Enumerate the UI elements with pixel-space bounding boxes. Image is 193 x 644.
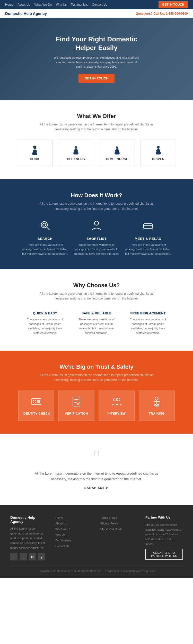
nav-contact[interactable]: Contact Us xyxy=(92,3,107,6)
footer-link-terms[interactable]: Terms of Use xyxy=(100,515,138,520)
why-grid: QUICK & EASY There are many variations o… xyxy=(15,309,178,338)
cook-icon xyxy=(29,145,41,157)
trust-identity[interactable]: IDENTITY CHECK xyxy=(18,391,54,421)
footer-brand-name: Domestic Help Agency xyxy=(10,515,48,524)
howworks-section: How Does It Work? All the Lorem Ipsum ge… xyxy=(0,179,193,269)
howworks-subtitle: All the Lorem Ipsum generators on the In… xyxy=(35,201,158,211)
why-replacement-title: FREE REPLACEMENT xyxy=(127,311,169,315)
whychoose-section: Why Choose Us? All the Lorem Ipsum gener… xyxy=(0,269,193,351)
quote-mark: " xyxy=(21,449,172,466)
offer-grid: COOK CLEANERS xyxy=(15,140,178,166)
hero-subtitle: We represent the most professional, expe… xyxy=(53,56,140,69)
trust-training[interactable]: TRAINING xyxy=(139,391,175,421)
offer-subtitle: All the Lorem Ipsum generators on the In… xyxy=(35,122,158,132)
footer-grid: Domestic Help Agency All the Lorem Ipsum… xyxy=(10,515,183,560)
svg-rect-4 xyxy=(33,146,36,148)
whychoose-title: Why Choose Us? xyxy=(15,282,178,289)
footer-link-about[interactable]: About Us xyxy=(55,521,93,525)
relax-icon xyxy=(125,219,171,234)
footer-link-why[interactable]: Why Us xyxy=(55,532,93,537)
search-icon xyxy=(22,219,68,234)
trust-grid: IDENTITY CHECK VERIFICATION xyxy=(15,391,178,421)
nav-testimonials[interactable]: Testimonials xyxy=(71,3,88,6)
offer-title: What We Offer xyxy=(15,113,178,120)
trust-identity-label: IDENTITY CHECK xyxy=(21,412,51,415)
testimonial-section: " All the Lorem Ipsum generators on the … xyxy=(0,434,193,505)
trust-verification-label: VERIFICATION xyxy=(61,412,92,415)
svg-point-20 xyxy=(43,223,46,226)
trust-interview-label: INTERVIEW xyxy=(101,412,132,415)
offer-card-nurse[interactable]: HOME NURSE xyxy=(99,140,135,166)
trust-section: We're Big on Trust & Safety All the Lore… xyxy=(0,351,193,433)
step-relax: MEET & RELAX There are many variations o… xyxy=(125,219,171,256)
svg-point-15 xyxy=(156,149,160,152)
footer-link-blacklist[interactable]: Blacklisted Maids xyxy=(100,527,138,531)
offer-card-cook[interactable]: COOK xyxy=(17,140,53,166)
footer-link-contact[interactable]: Contact Us xyxy=(55,544,93,548)
cleaner-icon-box xyxy=(62,145,90,157)
svg-point-37 xyxy=(155,397,158,400)
offer-card-cleaner[interactable]: CLEANERS xyxy=(58,140,94,166)
identity-icon xyxy=(21,396,51,409)
driver-icon xyxy=(152,145,164,157)
offer-section: What We Offer All the Lorem Ipsum genera… xyxy=(0,100,193,179)
hero-section: Find Your Right Domestic Helper Easily W… xyxy=(0,18,193,100)
why-quick-desc: There are many variations of passages of… xyxy=(24,317,66,335)
cook-icon-box xyxy=(21,145,49,157)
step-search-desc: There are many variations of passages of… xyxy=(22,243,68,256)
nav-home[interactable]: Home xyxy=(5,3,13,6)
step-shortlist: SHORTLIST There are many variations of p… xyxy=(73,219,120,256)
shortlist-icon xyxy=(73,219,120,234)
svg-rect-17 xyxy=(157,147,160,147)
step-search: SEARCH There are many variations of pass… xyxy=(22,219,68,256)
trust-title: We're Big on Trust & Safety xyxy=(15,364,178,370)
testimonial-author: SARAH SMITH xyxy=(21,486,172,490)
step-relax-label: MEET & RELAX xyxy=(125,237,171,241)
why-quick-title: QUICK & EASY xyxy=(24,311,66,315)
svg-point-10 xyxy=(115,149,119,152)
interview-icon xyxy=(101,396,132,409)
footer-links-col2: Terms of Use Privacy Policy Blacklisted … xyxy=(100,515,138,560)
navbar: Home About Us What We Do Why Us Testimon… xyxy=(0,0,193,9)
trust-interview[interactable]: INTERVIEW xyxy=(99,391,135,421)
why-safe: SAFE & RELIABLE There are many variation… xyxy=(73,309,120,338)
svg-rect-11 xyxy=(115,152,119,155)
footer-nav-links: Home About Us What We Do Why Us Testimon… xyxy=(55,515,93,548)
footer-partner-heading: Partner With Us xyxy=(145,515,183,519)
step-search-label: SEARCH xyxy=(22,237,68,241)
whychoose-subtitle: All the Lorem Ipsum generators on the In… xyxy=(35,291,158,301)
footer: Domestic Help Agency All the Lorem Ipsum… xyxy=(0,505,193,578)
footer-desc: All the Lorem Ipsum generators on the In… xyxy=(10,526,48,550)
svg-rect-16 xyxy=(156,152,161,155)
svg-point-1 xyxy=(33,150,37,153)
hero-content: Find Your Right Domestic Helper Easily W… xyxy=(53,35,140,83)
footer-partner-col: Partner With Us Are you an agency which … xyxy=(145,515,183,560)
hero-cta-button[interactable]: GET IN TOUCH xyxy=(78,74,115,83)
nurse-icon xyxy=(111,145,123,157)
svg-point-35 xyxy=(113,398,117,401)
footer-link-what[interactable]: What We Do xyxy=(55,527,93,531)
facebook-icon[interactable]: f xyxy=(10,553,17,560)
nav-links: Home About Us What We Do Why Us Testimon… xyxy=(5,3,107,6)
twitter-icon[interactable]: t xyxy=(20,553,27,560)
offer-card-driver[interactable]: DRIVER xyxy=(140,140,176,166)
footer-link-home[interactable]: Home xyxy=(55,515,93,520)
svg-point-5 xyxy=(75,146,77,149)
instagram-icon[interactable]: in xyxy=(29,553,36,560)
social-icons: f t in y xyxy=(10,553,48,560)
trust-verification[interactable]: VERIFICATION xyxy=(58,391,94,421)
svg-rect-42 xyxy=(155,404,159,406)
nav-what[interactable]: What We Do xyxy=(34,3,52,6)
footer-link-testimonials[interactable]: Testimonials xyxy=(55,538,93,542)
offer-cook-label: COOK xyxy=(21,157,49,161)
phone-number: 1-888-000-0800 xyxy=(166,12,188,15)
youtube-icon[interactable]: y xyxy=(38,553,45,560)
partner-cta-button[interactable]: CLICK HERE TO PARTNER WITH US xyxy=(145,549,183,560)
verification-icon xyxy=(61,396,92,409)
nav-about[interactable]: About Us xyxy=(17,3,30,6)
nav-cta-button[interactable]: GET IN TOUCH xyxy=(159,1,188,8)
nav-why[interactable]: Why Us xyxy=(56,3,67,6)
footer-link-privacy[interactable]: Privacy Policy xyxy=(100,521,138,525)
svg-point-36 xyxy=(117,398,120,401)
svg-point-27 xyxy=(33,400,36,403)
